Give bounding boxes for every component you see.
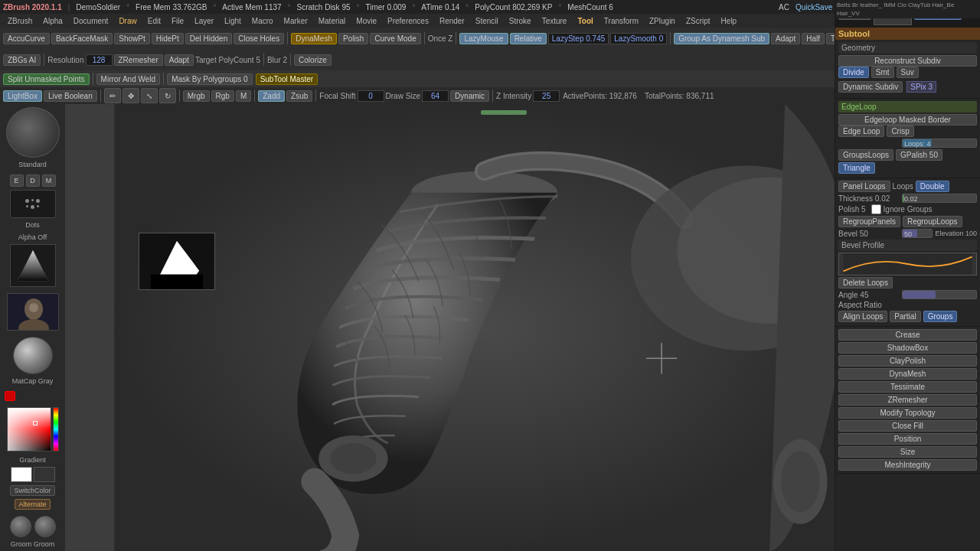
close-fill-btn[interactable]: Close Fill — [838, 420, 977, 432]
focal-shift-display[interactable]: 0 — [358, 90, 384, 102]
matcap-sphere[interactable] — [13, 337, 53, 374]
move-mode-btn[interactable]: ✥ — [122, 88, 139, 103]
menu-macro[interactable]: Macro — [247, 16, 278, 26]
colorize-btn[interactable]: Colorize — [294, 54, 332, 66]
edit-mode-btn[interactable]: ✏ — [104, 88, 121, 103]
accucurve-btn[interactable]: AccuCurve — [3, 33, 50, 44]
size-btn[interactable]: Size — [838, 446, 977, 458]
menu-document[interactable]: Document — [69, 16, 113, 26]
claypolish-btn[interactable]: ClayPolish — [838, 355, 977, 367]
relative-btn[interactable]: Relative — [510, 33, 547, 44]
lazy-mouse-btn[interactable]: LazyMouse — [459, 33, 508, 44]
regroup-panels-btn[interactable]: RegroupPanels — [838, 216, 900, 227]
triangle-btn[interactable]: Triangle — [838, 162, 875, 174]
viewport[interactable]: X Y Z — [65, 104, 896, 551]
stroke-preview[interactable] — [10, 190, 56, 219]
bevel-slider[interactable]: 50 — [902, 229, 933, 238]
partial-btn[interactable]: Partial — [890, 311, 920, 322]
quick-save-btn[interactable]: QuickSave — [795, 3, 832, 11]
rotate-mode-btn[interactable]: ↻ — [159, 88, 176, 103]
suv-btn[interactable]: Suv — [897, 67, 919, 78]
modify-topology-btn[interactable]: Modify Topology — [838, 407, 977, 419]
menu-zscript[interactable]: ZScript — [681, 16, 715, 26]
menu-stencil[interactable]: Stencil — [471, 16, 503, 26]
rgb-btn[interactable]: Rgb — [211, 90, 234, 102]
reconstruct-subdiv-btn[interactable]: Reconstruct Subdiv — [838, 55, 977, 67]
menu-file[interactable]: File — [167, 16, 188, 26]
color-indicator[interactable] — [5, 391, 15, 401]
brush-preview[interactable] — [6, 107, 60, 158]
lazy-smooth-display[interactable]: LazySmooth 0 — [610, 33, 667, 44]
del-hidden-btn[interactable]: Del Hidden — [185, 33, 232, 44]
smt-btn[interactable]: Smt — [871, 67, 894, 78]
panel-loops-btn[interactable]: Panel Loops — [838, 181, 890, 192]
double-btn[interactable]: Double — [916, 181, 949, 192]
crease-btn[interactable]: Crease — [838, 329, 977, 341]
dynamic-subdiv-btn[interactable]: Dynamic Subdiv — [838, 81, 903, 93]
tessimate-btn[interactable]: Tessimate — [838, 381, 977, 393]
dynamic-btn[interactable]: Dynamic — [450, 90, 489, 102]
polish-btn[interactable]: Polish — [338, 33, 368, 44]
loops-slider[interactable]: Loops: 4 — [902, 139, 977, 148]
align-loops-btn[interactable]: Align Loops — [838, 311, 887, 322]
dynamesh-panel-btn[interactable]: DynaMesh — [838, 368, 977, 380]
zsub-btn[interactable]: Zsub — [286, 90, 312, 102]
position-btn[interactable]: Position — [838, 433, 977, 445]
divide-btn[interactable]: Divide — [838, 67, 869, 78]
move-btn-left[interactable]: M — [42, 174, 56, 187]
ignore-groups-check[interactable] — [871, 204, 881, 214]
menu-edit[interactable]: Edit — [143, 16, 165, 26]
scale-mode-btn[interactable]: ⤡ — [141, 88, 158, 103]
menu-marker[interactable]: Marker — [279, 16, 312, 26]
menu-tool[interactable]: Tool — [573, 16, 597, 26]
resolution-display[interactable]: 128 — [86, 54, 113, 66]
split-unmasked-btn[interactable]: Split Unmasked Points — [3, 73, 90, 85]
groom-icon2[interactable] — [34, 516, 56, 537]
group-as-dynamesh-btn[interactable]: Group As Dynamesh Sub — [674, 33, 769, 44]
zremesher-btn[interactable]: ZRemesher — [114, 54, 163, 66]
groups-btn[interactable]: Groups — [923, 311, 958, 322]
foreground-color[interactable] — [11, 467, 32, 482]
delete-loops-btn[interactable]: Delete Loops — [838, 277, 893, 289]
mirror-weld-btn[interactable]: Mirror And Weld — [96, 73, 161, 85]
mask-polygroups-btn[interactable]: Mask By Polygroups 0 — [167, 73, 253, 85]
switch-color-btn[interactable]: SwitchColor — [10, 485, 54, 496]
show-pt-btn[interactable]: ShowPt — [114, 33, 149, 44]
menu-material[interactable]: Material — [314, 16, 351, 26]
hue-bar[interactable] — [53, 407, 59, 452]
z-intensity-display[interactable]: 25 — [533, 90, 560, 102]
backface-mask-btn[interactable]: BackFaceMask — [51, 33, 113, 44]
curve-mode-btn[interactable]: Curve Mode — [370, 33, 420, 44]
menu-layer[interactable]: Layer — [190, 16, 218, 26]
zbgs-btn[interactable]: ZBGs AI — [3, 54, 41, 66]
crisp-btn[interactable]: Crisp — [887, 126, 913, 137]
subtool-master-btn[interactable]: SubTool Master — [256, 73, 318, 85]
regroup-loops-btn[interactable]: RegroupLoops — [903, 216, 962, 227]
bevel-profile-bar[interactable] — [838, 253, 977, 276]
adapt-btn[interactable]: Adapt — [771, 33, 800, 44]
zremesher-panel-btn[interactable]: ZRemesher — [838, 394, 977, 406]
background-color[interactable] — [34, 467, 55, 482]
edgeloop-masked-border-btn[interactable]: Edgeloop Masked Border — [838, 114, 977, 126]
half-btn[interactable]: Half — [802, 33, 825, 44]
alternate-btn[interactable]: Alternate — [15, 499, 50, 510]
menu-help[interactable]: Help — [717, 16, 742, 26]
groom-icon1[interactable] — [10, 516, 31, 537]
dynamesh-btn[interactable]: DynaMesh — [291, 33, 337, 44]
draw-btn-left[interactable]: D — [26, 174, 40, 187]
shadowbox-btn[interactable]: ShadowBox — [838, 342, 977, 354]
alpha-box[interactable] — [10, 244, 56, 287]
menu-alpha[interactable]: Alpha — [38, 16, 67, 26]
menu-zbrush[interactable]: ZBrush — [3, 16, 37, 26]
edge-loop-btn[interactable]: Edge Loop — [838, 126, 884, 137]
live-boolean-btn[interactable]: Live Boolean — [44, 90, 97, 102]
lazy-step-display[interactable]: LazyStep 0.745 — [548, 33, 609, 44]
thickness-slider[interactable]: 0.02 — [902, 194, 977, 203]
color-swatch[interactable] — [7, 407, 59, 452]
menu-light[interactable]: Light — [220, 16, 246, 26]
menu-draw[interactable]: Draw — [114, 16, 141, 26]
draw-size-display[interactable]: 64 — [422, 90, 449, 102]
menu-transform[interactable]: Transform — [599, 16, 643, 26]
zadd-btn[interactable]: Zadd — [258, 90, 285, 102]
mrgb-btn[interactable]: Mrgb — [183, 90, 210, 102]
